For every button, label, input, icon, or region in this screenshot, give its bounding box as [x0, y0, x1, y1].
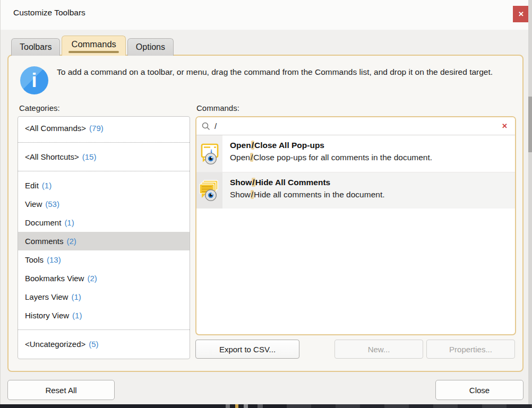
popup-note-eye-icon: i [199, 143, 221, 165]
background-app-fragment [226, 404, 284, 408]
new-command-button[interactable]: New... [334, 340, 423, 359]
info-icon: i [20, 66, 48, 94]
command-search-bar: ✕ [196, 117, 515, 135]
command-search-input[interactable] [214, 121, 500, 131]
search-icon [202, 122, 210, 131]
category-separator [18, 329, 190, 330]
category-item-history-view[interactable]: History View(1) [18, 306, 190, 325]
commands-label: Commands: [196, 103, 239, 112]
tab-bar: Toolbars Commands Options [11, 36, 175, 56]
tab-commands-label: Commands [71, 39, 116, 49]
background-app-fragment [287, 404, 532, 408]
command-item-show-hide-comments[interactable]: Show/Hide All Comments Show/Hide all com… [196, 172, 515, 209]
category-item-uncategorized[interactable]: <Uncategorized>(5) [18, 335, 190, 353]
tab-options[interactable]: Options [127, 38, 174, 56]
category-separator [18, 142, 190, 143]
customize-toolbars-dialog: Customize Toolbars ✕ Toolbars Commands O… [0, 0, 532, 408]
category-item-bookmarks-view[interactable]: Bookmarks View(2) [18, 269, 190, 288]
category-item-all-shortcuts[interactable]: <All Shortcuts>(15) [18, 147, 190, 166]
category-item-document[interactable]: Document(1) [18, 213, 190, 232]
active-tab-underline [68, 51, 118, 53]
category-item-all-commands[interactable]: <All Commands>(79) [18, 119, 190, 137]
category-item-layers-view[interactable]: Layers View(1) [18, 288, 190, 306]
background-scrollbar-thumb [528, 97, 532, 152]
command-title: Show/Hide All Comments [230, 178, 385, 187]
background-app-remnant [0, 404, 532, 408]
background-app-scrollbar [528, 0, 532, 404]
command-description: Show/Hide all comments in the document. [230, 190, 385, 199]
commands-panel: ✕ i [195, 116, 516, 335]
command-description: Open/Close pop-ups for all comments in t… [230, 153, 432, 162]
export-to-csv-button[interactable]: Export to CSV... [195, 340, 299, 359]
commands-tab-panel: i To add a command on a toolbar, or menu… [7, 55, 524, 372]
info-message: To add a command on a toolbar, or menu, … [57, 65, 513, 79]
category-item-comments-selected[interactable]: Comments(2) [18, 232, 190, 250]
close-icon[interactable]: ✕ [513, 6, 529, 22]
tab-toolbars[interactable]: Toolbars [11, 38, 60, 56]
category-item-edit[interactable]: Edit(1) [18, 176, 190, 195]
comments-stack-eye-icon [199, 179, 221, 202]
close-button[interactable]: Close [435, 380, 524, 400]
dialog-title: Customize Toolbars [13, 8, 85, 18]
category-item-tools[interactable]: Tools(13) [18, 250, 190, 269]
command-item-open-close-popups[interactable]: i Open/Close All Pop-ups Open/Close pop-… [196, 135, 515, 172]
category-separator [18, 171, 190, 171]
properties-button[interactable]: Properties... [426, 340, 515, 359]
reset-all-button[interactable]: Reset All [7, 380, 115, 400]
categories-listbox: <All Commands>(79) <All Shortcuts>(15) E… [18, 116, 190, 359]
category-item-view[interactable]: View(53) [18, 195, 190, 213]
tab-commands[interactable]: Commands [62, 36, 125, 56]
title-bar: Customize Toolbars ✕ [1, 0, 531, 30]
clear-search-icon[interactable]: ✕ [500, 122, 510, 130]
command-title: Open/Close All Pop-ups [230, 141, 432, 150]
categories-label: Categories: [19, 103, 60, 112]
